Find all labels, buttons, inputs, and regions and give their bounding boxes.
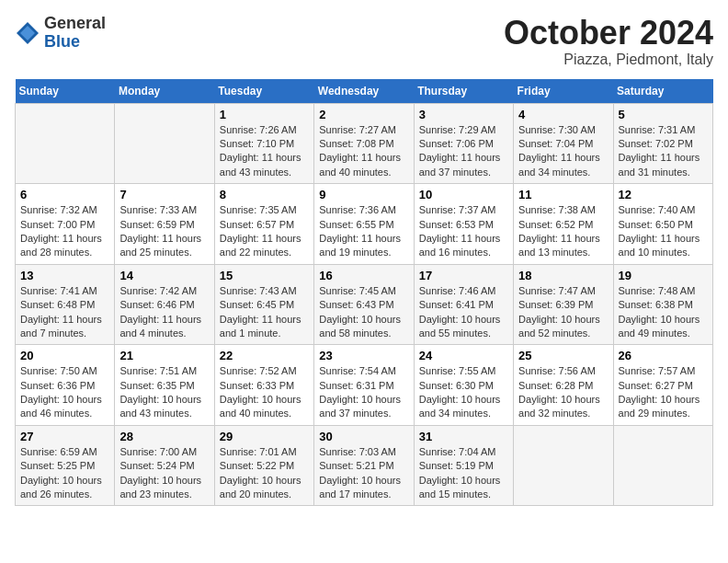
day-of-week-header: Sunday	[16, 79, 115, 104]
day-info: Sunrise: 7:27 AM Sunset: 7:08 PM Dayligh…	[319, 123, 408, 180]
day-number: 2	[319, 108, 408, 121]
calendar-day-cell: 22Sunrise: 7:52 AM Sunset: 6:33 PM Dayli…	[214, 345, 313, 426]
day-info: Sunrise: 7:38 AM Sunset: 6:52 PM Dayligh…	[518, 203, 608, 260]
day-number: 1	[220, 108, 309, 121]
day-number: 21	[119, 349, 209, 362]
day-info: Sunrise: 7:30 AM Sunset: 7:04 PM Dayligh…	[518, 123, 608, 180]
calendar-day-cell	[613, 425, 712, 506]
calendar-header: SundayMondayTuesdayWednesdayThursdayFrid…	[16, 79, 713, 104]
day-info: Sunrise: 7:52 AM Sunset: 6:33 PM Dayligh…	[220, 364, 309, 421]
day-number: 14	[119, 269, 209, 282]
day-number: 8	[220, 188, 309, 201]
day-of-week-header: Wednesday	[314, 79, 414, 104]
day-info: Sunrise: 7:54 AM Sunset: 6:31 PM Dayligh…	[319, 364, 408, 421]
calendar-day-cell: 6Sunrise: 7:32 AM Sunset: 7:00 PM Daylig…	[16, 184, 115, 265]
day-number: 30	[319, 430, 408, 443]
day-info: Sunrise: 7:36 AM Sunset: 6:55 PM Dayligh…	[319, 203, 408, 260]
calendar-week-row: 27Sunrise: 6:59 AM Sunset: 5:25 PM Dayli…	[16, 425, 713, 506]
location-text: Piazza, Piedmont, Italy	[504, 52, 713, 68]
day-info: Sunrise: 7:47 AM Sunset: 6:39 PM Dayligh…	[518, 284, 608, 341]
calendar-day-cell: 5Sunrise: 7:31 AM Sunset: 7:02 PM Daylig…	[613, 103, 712, 184]
day-info: Sunrise: 7:42 AM Sunset: 6:46 PM Dayligh…	[119, 284, 209, 341]
header-row: SundayMondayTuesdayWednesdayThursdayFrid…	[16, 79, 713, 104]
day-number: 22	[220, 349, 309, 362]
day-info: Sunrise: 7:40 AM Sunset: 6:50 PM Dayligh…	[619, 203, 708, 260]
day-info: Sunrise: 7:01 AM Sunset: 5:22 PM Dayligh…	[220, 445, 309, 502]
logo-blue-text: Blue	[44, 33, 106, 52]
calendar-day-cell: 10Sunrise: 7:37 AM Sunset: 6:53 PM Dayli…	[414, 184, 513, 265]
day-number: 25	[518, 349, 608, 362]
calendar-day-cell: 9Sunrise: 7:36 AM Sunset: 6:55 PM Daylig…	[314, 184, 414, 265]
calendar-day-cell: 29Sunrise: 7:01 AM Sunset: 5:22 PM Dayli…	[214, 425, 313, 506]
calendar-day-cell: 12Sunrise: 7:40 AM Sunset: 6:50 PM Dayli…	[613, 184, 712, 265]
day-info: Sunrise: 7:50 AM Sunset: 6:36 PM Dayligh…	[20, 364, 109, 421]
day-number: 9	[319, 188, 408, 201]
calendar-day-cell: 1Sunrise: 7:26 AM Sunset: 7:10 PM Daylig…	[214, 103, 313, 184]
day-info: Sunrise: 7:00 AM Sunset: 5:24 PM Dayligh…	[119, 445, 209, 502]
day-info: Sunrise: 7:57 AM Sunset: 6:27 PM Dayligh…	[619, 364, 708, 421]
day-number: 26	[619, 349, 708, 362]
calendar-day-cell: 16Sunrise: 7:45 AM Sunset: 6:43 PM Dayli…	[314, 264, 414, 345]
day-number: 20	[20, 349, 109, 362]
day-info: Sunrise: 7:46 AM Sunset: 6:41 PM Dayligh…	[419, 284, 508, 341]
day-number: 31	[419, 430, 508, 443]
day-number: 16	[319, 269, 408, 282]
day-number: 12	[619, 188, 708, 201]
day-info: Sunrise: 7:33 AM Sunset: 6:59 PM Dayligh…	[119, 203, 209, 260]
day-number: 18	[518, 269, 608, 282]
day-of-week-header: Tuesday	[214, 79, 313, 104]
logo-text: General Blue	[44, 15, 106, 52]
day-info: Sunrise: 7:51 AM Sunset: 6:35 PM Dayligh…	[119, 364, 209, 421]
calendar-day-cell: 30Sunrise: 7:03 AM Sunset: 5:21 PM Dayli…	[314, 425, 414, 506]
calendar-week-row: 13Sunrise: 7:41 AM Sunset: 6:48 PM Dayli…	[16, 264, 713, 345]
day-info: Sunrise: 7:55 AM Sunset: 6:30 PM Dayligh…	[419, 364, 508, 421]
day-number: 29	[220, 430, 309, 443]
calendar-day-cell: 21Sunrise: 7:51 AM Sunset: 6:35 PM Dayli…	[115, 345, 214, 426]
calendar-day-cell: 18Sunrise: 7:47 AM Sunset: 6:39 PM Dayli…	[514, 264, 613, 345]
calendar-day-cell	[115, 103, 214, 184]
day-number: 7	[119, 188, 209, 201]
calendar-day-cell: 13Sunrise: 7:41 AM Sunset: 6:48 PM Dayli…	[16, 264, 115, 345]
day-info: Sunrise: 7:48 AM Sunset: 6:38 PM Dayligh…	[619, 284, 708, 341]
day-number: 6	[20, 188, 109, 201]
calendar-day-cell: 15Sunrise: 7:43 AM Sunset: 6:45 PM Dayli…	[214, 264, 313, 345]
day-of-week-header: Monday	[115, 79, 214, 104]
calendar-body: 1Sunrise: 7:26 AM Sunset: 7:10 PM Daylig…	[16, 103, 713, 506]
day-number: 10	[419, 188, 508, 201]
day-of-week-header: Friday	[514, 79, 613, 104]
calendar-day-cell: 25Sunrise: 7:56 AM Sunset: 6:28 PM Dayli…	[514, 345, 613, 426]
day-number: 24	[419, 349, 508, 362]
calendar-day-cell: 27Sunrise: 6:59 AM Sunset: 5:25 PM Dayli…	[16, 425, 115, 506]
calendar-day-cell: 23Sunrise: 7:54 AM Sunset: 6:31 PM Dayli…	[314, 345, 414, 426]
day-number: 5	[619, 108, 708, 121]
calendar-day-cell: 3Sunrise: 7:29 AM Sunset: 7:06 PM Daylig…	[414, 103, 513, 184]
day-info: Sunrise: 7:45 AM Sunset: 6:43 PM Dayligh…	[319, 284, 408, 341]
logo: General Blue	[15, 15, 106, 52]
calendar-day-cell: 7Sunrise: 7:33 AM Sunset: 6:59 PM Daylig…	[115, 184, 214, 265]
day-number: 19	[619, 269, 708, 282]
day-number: 11	[518, 188, 608, 201]
calendar-day-cell: 11Sunrise: 7:38 AM Sunset: 6:52 PM Dayli…	[514, 184, 613, 265]
calendar-day-cell: 8Sunrise: 7:35 AM Sunset: 6:57 PM Daylig…	[214, 184, 313, 265]
calendar-week-row: 20Sunrise: 7:50 AM Sunset: 6:36 PM Dayli…	[16, 345, 713, 426]
calendar-day-cell: 20Sunrise: 7:50 AM Sunset: 6:36 PM Dayli…	[16, 345, 115, 426]
calendar-week-row: 6Sunrise: 7:32 AM Sunset: 7:00 PM Daylig…	[16, 184, 713, 265]
day-info: Sunrise: 6:59 AM Sunset: 5:25 PM Dayligh…	[20, 445, 109, 502]
logo-general-text: General	[44, 15, 106, 33]
calendar-day-cell	[16, 103, 115, 184]
calendar-day-cell: 2Sunrise: 7:27 AM Sunset: 7:08 PM Daylig…	[314, 103, 414, 184]
day-info: Sunrise: 7:43 AM Sunset: 6:45 PM Dayligh…	[220, 284, 309, 341]
calendar-day-cell	[514, 425, 613, 506]
title-block: October 2024 Piazza, Piedmont, Italy	[504, 15, 713, 68]
calendar-day-cell: 17Sunrise: 7:46 AM Sunset: 6:41 PM Dayli…	[414, 264, 513, 345]
calendar-table: SundayMondayTuesdayWednesdayThursdayFrid…	[15, 79, 713, 507]
day-number: 15	[220, 269, 309, 282]
day-number: 28	[119, 430, 209, 443]
day-number: 3	[419, 108, 508, 121]
day-info: Sunrise: 7:31 AM Sunset: 7:02 PM Dayligh…	[619, 123, 708, 180]
day-number: 27	[20, 430, 109, 443]
day-info: Sunrise: 7:32 AM Sunset: 7:00 PM Dayligh…	[20, 203, 109, 260]
month-title: October 2024	[504, 15, 713, 52]
day-number: 17	[419, 269, 508, 282]
calendar-day-cell: 28Sunrise: 7:00 AM Sunset: 5:24 PM Dayli…	[115, 425, 214, 506]
